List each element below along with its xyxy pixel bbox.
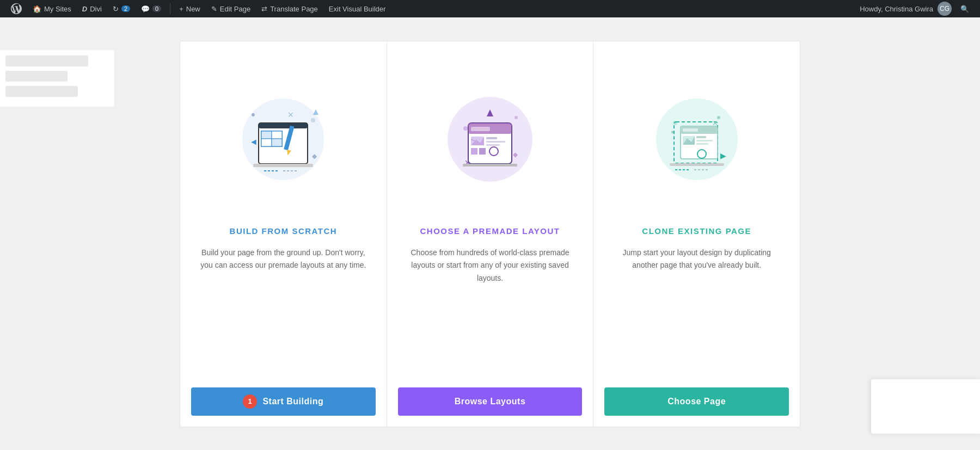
wordpress-icon: [11, 3, 22, 14]
build-from-scratch-card: ◄ ◆: [180, 41, 387, 427]
edit-icon: ✎: [211, 5, 217, 13]
card-desc-build: Build your page from the ground up. Don'…: [180, 246, 387, 387]
clone-svg: ▶ ●: [642, 74, 751, 194]
svg-rect-12: [272, 139, 282, 146]
updates-badge: 2: [121, 5, 130, 12]
svg-text:✕: ✕: [712, 119, 718, 127]
svg-rect-50: [696, 140, 713, 141]
svg-text:◄: ◄: [249, 137, 258, 146]
premade-svg: ◆ ✕: [436, 74, 544, 194]
browse-layouts-label: Browse Layouts: [455, 397, 526, 406]
svg-rect-27: [471, 127, 490, 131]
svg-point-1: [252, 113, 255, 116]
edit-page-menu[interactable]: ✎ Edit Page: [207, 0, 255, 17]
svg-rect-15: [253, 164, 313, 167]
card-desc-clone: Jump start your layout design by duplica…: [593, 246, 800, 387]
plus-icon: +: [179, 5, 183, 13]
build-illustration: ◄ ◆: [180, 41, 387, 226]
divi-label: Divi: [90, 5, 102, 13]
build-svg: ◄ ◆: [229, 74, 338, 194]
search-icon[interactable]: 🔍: [956, 5, 973, 13]
svg-rect-7: [259, 123, 308, 128]
svg-text:◆: ◆: [513, 151, 518, 158]
updates-menu[interactable]: ↻ 2: [108, 0, 134, 17]
clone-existing-card: ▶ ●: [593, 41, 800, 427]
choose-page-label: Choose Page: [667, 397, 726, 406]
start-building-label: Start Building: [262, 397, 323, 406]
browse-layouts-button[interactable]: Browse Layouts: [398, 387, 583, 416]
svg-rect-32: [486, 141, 505, 143]
choose-page-button[interactable]: Choose Page: [604, 387, 789, 416]
sidebar-panel: [0, 50, 114, 107]
svg-rect-10: [272, 131, 282, 139]
svg-text:▶: ▶: [720, 151, 726, 160]
svg-text:◆: ◆: [312, 152, 317, 160]
home-icon: 🏠: [33, 5, 41, 13]
svg-rect-35: [479, 148, 486, 155]
comments-badge: 0: [152, 5, 161, 12]
btn-badge: 1: [243, 394, 257, 409]
svg-marker-3: [313, 109, 318, 115]
wp-logo[interactable]: [7, 0, 26, 17]
comments-icon: 💬: [141, 5, 150, 13]
svg-rect-31: [486, 137, 497, 139]
translate-icon: ⇄: [261, 5, 267, 13]
main-content: ◄ ◆: [0, 17, 980, 450]
svg-rect-51: [696, 143, 708, 145]
clone-illustration: ▶ ●: [593, 41, 800, 226]
divider: [170, 3, 170, 14]
admin-bar-right: Howdy, Christina Gwira CG 🔍: [860, 2, 973, 16]
avatar[interactable]: CG: [938, 2, 952, 16]
sidebar-row: [5, 71, 68, 82]
comments-menu[interactable]: 💬 0: [137, 0, 166, 17]
divi-icon: D: [82, 5, 87, 13]
new-menu[interactable]: + New: [175, 0, 205, 17]
svg-point-20: [463, 126, 468, 131]
exit-visual-builder[interactable]: Exit Visual Builder: [324, 0, 390, 17]
svg-rect-11: [261, 139, 272, 146]
updates-icon: ↻: [113, 5, 119, 13]
translate-label: Translate Page: [270, 5, 318, 13]
divi-menu[interactable]: D Divi: [78, 0, 106, 17]
sidebar-row: [5, 86, 78, 97]
premade-illustration: ◆ ✕: [387, 41, 593, 226]
svg-rect-49: [696, 136, 706, 138]
svg-rect-53: [670, 163, 724, 166]
admin-bar: 🏠 My Sites D Divi ↻ 2 💬 0 + New ✎ Edit P…: [0, 0, 980, 17]
svg-rect-34: [471, 148, 477, 155]
my-sites-menu[interactable]: 🏠 My Sites: [28, 0, 76, 17]
svg-rect-9: [261, 131, 272, 139]
svg-point-21: [514, 116, 518, 119]
start-building-button[interactable]: 1 Start Building: [191, 387, 376, 416]
svg-rect-37: [463, 164, 517, 167]
card-desc-premade: Choose from hundreds of world-class prem…: [387, 246, 593, 387]
sidebar-hint: [0, 17, 120, 450]
right-hint-panel: [871, 379, 980, 434]
card-footer-build: 1 Start Building: [180, 387, 387, 427]
edit-page-label: Edit Page: [220, 5, 250, 13]
choose-premade-card: ◆ ✕: [387, 41, 594, 427]
svg-rect-46: [683, 128, 698, 132]
card-title-premade: CHOOSE A PREMADE LAYOUT: [420, 226, 560, 236]
card-title-clone: CLONE EXISTING PAGE: [642, 226, 751, 236]
exit-label: Exit Visual Builder: [329, 5, 386, 13]
card-footer-clone: Choose Page: [593, 387, 800, 427]
card-footer-premade: Browse Layouts: [387, 387, 593, 427]
my-sites-label: My Sites: [44, 5, 71, 13]
new-label: New: [186, 5, 200, 13]
svg-point-2: [311, 118, 315, 122]
card-title-build: BUILD FROM SCRATCH: [230, 226, 338, 236]
svg-text:✕: ✕: [287, 110, 294, 119]
svg-rect-33: [486, 144, 500, 146]
translate-page-menu[interactable]: ⇄ Translate Page: [257, 0, 322, 17]
cards-container: ◄ ◆: [180, 41, 800, 427]
sidebar-row: [5, 56, 88, 66]
user-greeting: Howdy, Christina Gwira: [860, 5, 933, 13]
